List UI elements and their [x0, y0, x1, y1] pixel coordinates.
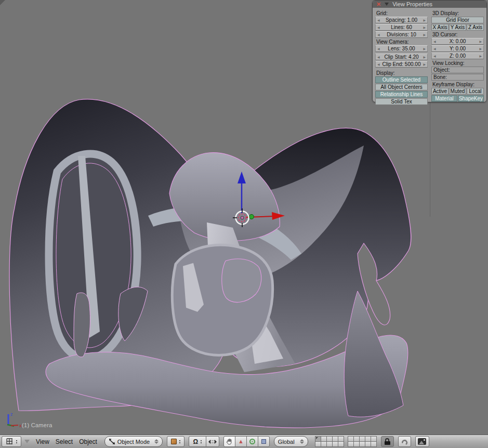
grid-spacing-field[interactable]: ◀Spacing: 1.00▶: [375, 17, 428, 23]
toggle-keyframe-material[interactable]: Material: [431, 95, 457, 102]
decrement-arrow-icon[interactable]: ◀: [377, 62, 380, 67]
increment-arrow-icon[interactable]: ▶: [423, 46, 426, 51]
cursor-z-field[interactable]: ◀Z: 0.00▶: [431, 52, 484, 59]
toggle-keyframe-muted[interactable]: Muted: [449, 88, 466, 95]
toggle-keyframe-shapekey[interactable]: ShapeKey: [458, 95, 484, 102]
display3d-section-label: 3D Display:: [431, 10, 484, 17]
toggle-keyframe-active[interactable]: Active: [431, 88, 449, 95]
svg-text:z: z: [10, 412, 13, 417]
increment-arrow-icon[interactable]: ▶: [479, 39, 482, 44]
orientation-dropdown-label: Global: [278, 439, 298, 445]
layer-buttons-group-1: [315, 437, 344, 447]
lock-layers-button[interactable]: [381, 436, 394, 447]
toggle-x-axis[interactable]: X Axis: [431, 24, 449, 31]
toggle-y-axis[interactable]: Y Axis: [449, 24, 466, 31]
lock-object-field[interactable]: Object:: [431, 67, 484, 73]
editor-type-button[interactable]: [2, 436, 21, 447]
grid-section-label: Grid:: [375, 10, 428, 17]
clip-end-field[interactable]: ◀Clip End: 500.00▶: [375, 61, 428, 68]
increment-arrow-icon[interactable]: ▶: [423, 32, 426, 37]
toggle-relationship-lines[interactable]: Relationship Lines: [375, 91, 428, 98]
manipulator-toggle-button[interactable]: [223, 436, 235, 447]
view-locking-label: View Locking:: [431, 60, 484, 67]
menu-view[interactable]: View: [33, 438, 52, 445]
magnet-icon: [401, 438, 408, 445]
editor-grid-icon: [6, 438, 14, 445]
increment-arrow-icon[interactable]: ▶: [479, 46, 482, 51]
decrement-arrow-icon[interactable]: ◀: [433, 39, 436, 44]
rotate-circle-icon: [249, 439, 255, 444]
dropdown-dots-icon: [16, 440, 17, 443]
grid-lines-field[interactable]: ◀Lines: 60▶: [375, 24, 428, 31]
decrement-arrow-icon[interactable]: ◀: [377, 46, 380, 51]
toggle-outline-selected[interactable]: Outline Selected: [375, 76, 428, 83]
toggle-solid-tex[interactable]: Solid Tex: [375, 98, 428, 105]
display-section-label: Display:: [375, 70, 428, 76]
mode-dropdown-label: Object Mode: [117, 439, 152, 445]
decrement-arrow-icon[interactable]: ◀: [433, 46, 436, 51]
cursor-y-field[interactable]: ◀Y: 0.00▶: [431, 45, 484, 52]
layer-buttons-group-2: [348, 437, 377, 447]
draw-type-button[interactable]: [167, 436, 184, 447]
render-image-icon: [418, 438, 426, 445]
menu-object[interactable]: Object: [76, 438, 100, 445]
move-centers-button[interactable]: [206, 436, 219, 447]
collapse-menus-icon[interactable]: [24, 440, 30, 443]
clip-start-field[interactable]: ◀Clip Start: 4.20▶: [375, 54, 428, 60]
cursor-section-label: 3D Cursor:: [431, 31, 484, 38]
dropdown-dots-icon: [179, 440, 180, 443]
view-camera-label: View Camera:: [375, 38, 428, 45]
decrement-arrow-icon[interactable]: ◀: [377, 18, 380, 23]
menu-select[interactable]: Select: [52, 438, 76, 445]
pivot-button[interactable]: Ω: [189, 436, 206, 447]
view-name-label: (1) Camera: [22, 422, 52, 428]
decrement-arrow-icon[interactable]: ◀: [377, 25, 380, 30]
toggle-all-object-centers[interactable]: All Object Centers: [375, 84, 428, 90]
toggle-z-axis[interactable]: Z Axis: [467, 24, 484, 31]
snap-button[interactable]: [398, 436, 411, 447]
layer-toggle-20[interactable]: [371, 441, 377, 447]
scale-manipulator-button[interactable]: [258, 436, 270, 447]
decrement-arrow-icon[interactable]: ◀: [433, 54, 436, 59]
translate-triangle-icon: ▲: [238, 439, 244, 444]
panel-header[interactable]: ✕ View Properties: [373, 1, 486, 8]
blender-window: z x (1) Camera ✕ View Properties Grid: ◀…: [0, 0, 488, 448]
render-window-button[interactable]: [415, 436, 429, 447]
increment-arrow-icon[interactable]: ▶: [423, 55, 426, 60]
lens-field[interactable]: ◀Lens: 35.00▶: [375, 45, 428, 52]
area-corner-widget[interactable]: [0, 0, 5, 5]
dropdown-updown-icon: [154, 439, 159, 444]
toggle-grid-floor[interactable]: Grid Floor: [431, 17, 484, 23]
toggle-keyframe-local[interactable]: Local: [467, 88, 484, 95]
manipulator-y-handle[interactable]: [249, 215, 254, 219]
cursor-x-field[interactable]: ◀X: 0.00▶: [431, 38, 484, 45]
keyframe-display-label: Keyframe Display:: [431, 81, 484, 88]
orientation-dropdown[interactable]: Global: [274, 436, 308, 447]
viewport-3d[interactable]: z x (1) Camera ✕ View Properties Grid: ◀…: [0, 0, 488, 434]
layer-toggle-10[interactable]: [338, 441, 344, 447]
move-centers-icon: [208, 439, 217, 444]
panel-title: View Properties: [392, 1, 432, 7]
increment-arrow-icon[interactable]: ▶: [423, 25, 426, 30]
close-icon[interactable]: ✕: [376, 2, 381, 7]
increment-arrow-icon[interactable]: ▶: [479, 54, 482, 59]
lock-bone-field[interactable]: Bone:: [431, 74, 484, 81]
grid-divisions-field[interactable]: ◀Divisions: 10▶: [375, 31, 428, 38]
view-properties-panel[interactable]: ✕ View Properties Grid: ◀Spacing: 1.00▶ …: [372, 0, 487, 102]
rotate-manipulator-button[interactable]: [246, 436, 258, 447]
hand-icon: [226, 438, 233, 445]
dropdown-dots-icon: [201, 440, 202, 443]
view-axis-gizmo: z x: [7, 412, 22, 428]
translate-manipulator-button[interactable]: ▲: [235, 436, 247, 447]
collapse-triangle-icon[interactable]: [385, 3, 389, 6]
decrement-arrow-icon[interactable]: ◀: [377, 32, 380, 37]
decrement-arrow-icon[interactable]: ◀: [377, 55, 380, 60]
increment-arrow-icon[interactable]: ▶: [423, 62, 426, 67]
view3d-header: View Select Object Object Mode Ω: [0, 434, 488, 448]
scale-square-icon: [261, 439, 266, 444]
panel-shadow-line: [430, 102, 430, 217]
dropdown-updown-icon: [300, 439, 304, 444]
increment-arrow-icon[interactable]: ▶: [423, 18, 426, 23]
pivot-omega-icon: Ω: [193, 439, 199, 445]
mode-dropdown[interactable]: Object Mode: [104, 436, 163, 447]
